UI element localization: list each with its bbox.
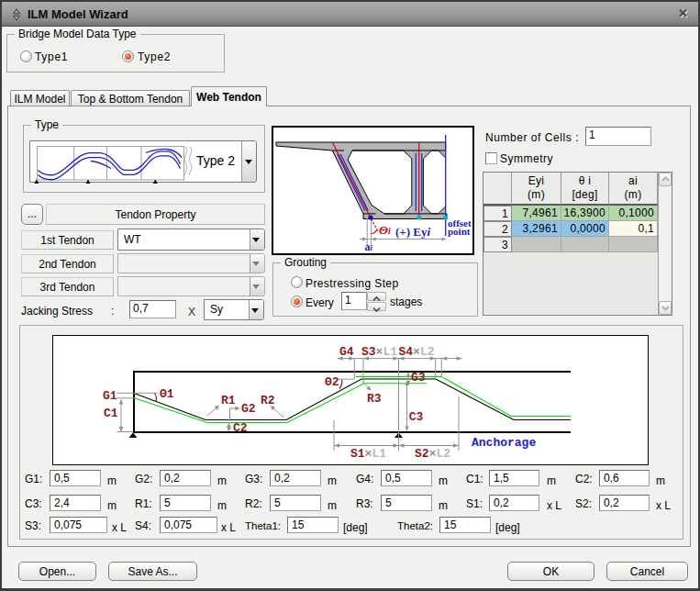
svg-text:S3×L1: S3×L1 <box>361 345 397 359</box>
svg-text:R2: R2 <box>261 394 275 407</box>
svg-text:(+) Eyi: (+) Eyi <box>395 225 431 239</box>
svg-text:Θ2: Θ2 <box>325 375 339 389</box>
svg-text:G4: G4 <box>339 345 354 359</box>
svg-text:point: point <box>448 226 471 237</box>
svg-text:G1: G1 <box>103 389 117 403</box>
svg-text:ai: ai <box>365 240 373 253</box>
svg-text:G3: G3 <box>411 371 426 385</box>
svg-text:C1: C1 <box>104 407 118 420</box>
svg-text:G2: G2 <box>241 402 256 416</box>
svg-text:S2×L2: S2×L2 <box>415 447 450 461</box>
svg-text:C3: C3 <box>409 410 424 424</box>
svg-text:Θ1: Θ1 <box>160 387 174 401</box>
svg-text:R1: R1 <box>221 394 236 407</box>
svg-text:R3: R3 <box>367 392 382 406</box>
svg-text:Θi: Θi <box>379 223 391 237</box>
svg-text:C2: C2 <box>233 421 248 435</box>
svg-text:Anchorage: Anchorage <box>472 436 536 450</box>
svg-text:S4×L2: S4×L2 <box>399 345 435 359</box>
svg-text:S1×L1: S1×L1 <box>350 447 386 461</box>
